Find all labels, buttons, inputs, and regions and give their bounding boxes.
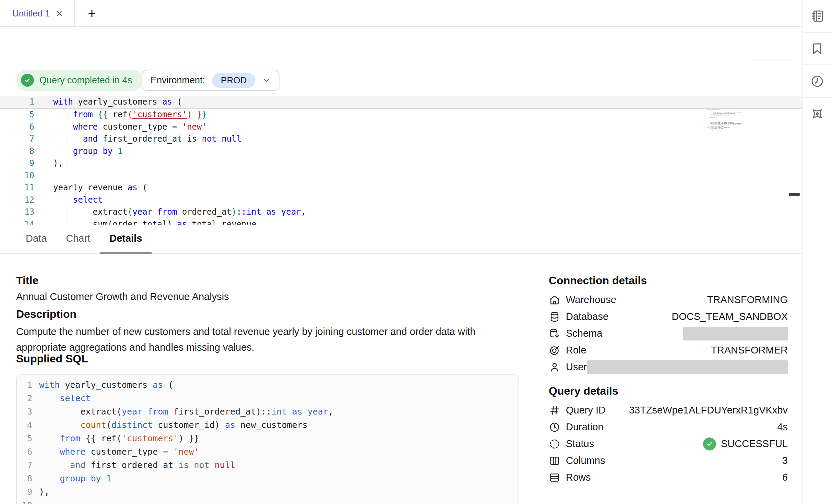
environment-label: Environment: bbox=[151, 75, 205, 86]
tab-untitled-1[interactable]: Untitled 1 × bbox=[0, 0, 74, 27]
bookmark-icon bbox=[810, 41, 824, 56]
add-tab-button[interactable]: + bbox=[82, 0, 102, 27]
tab-chart[interactable]: Chart bbox=[56, 225, 100, 254]
title-heading: Title bbox=[16, 274, 38, 287]
check-circle-icon bbox=[21, 74, 34, 87]
editor-scrollbar-thumb[interactable] bbox=[789, 193, 800, 196]
sticky-scroll-line: 1with yearly_customers as ( bbox=[0, 96, 802, 109]
tab-details[interactable]: Details bbox=[100, 225, 152, 254]
query-details-heading: Query details bbox=[549, 385, 788, 397]
results-tab-strip: Data Chart Details bbox=[0, 225, 802, 254]
role-icon bbox=[549, 345, 560, 356]
connection-row-role: Role TRANSFORMER bbox=[549, 342, 788, 359]
copilot-icon bbox=[810, 107, 824, 121]
sidebar-item-history[interactable] bbox=[803, 65, 832, 98]
connection-details-heading: Connection details bbox=[549, 274, 788, 287]
query-id-value: 33TZseWpe1ALFDUYerxR1gVKxbv bbox=[629, 405, 788, 416]
connection-row-warehouse: Warehouse TRANSFORMING bbox=[549, 291, 788, 308]
close-icon[interactable]: × bbox=[56, 8, 63, 19]
warehouse-value: TRANSFORMING bbox=[707, 294, 788, 305]
indent-guide bbox=[67, 109, 67, 170]
duration-value: 4s bbox=[777, 421, 788, 433]
chevron-down-icon bbox=[262, 76, 271, 84]
query-row-columns: Columns 3 bbox=[549, 452, 788, 469]
query-status-row: Query completed in 4s Environment: PROD bbox=[0, 60, 802, 96]
database-value: DOCS_TEAM_SANDBOX bbox=[672, 311, 788, 322]
tab-divider bbox=[74, 0, 75, 27]
editor-toolbar: Develop Run bbox=[0, 27, 802, 60]
rows-value: 6 bbox=[782, 472, 788, 483]
schema-redacted-value bbox=[683, 327, 788, 340]
sidebar-item-bookmarks[interactable] bbox=[803, 33, 832, 65]
environment-dropdown[interactable]: Environment: PROD bbox=[142, 70, 280, 91]
connection-row-schema: Schema bbox=[549, 325, 788, 342]
sidebar-item-notebook[interactable] bbox=[803, 0, 832, 33]
query-row-status: Status SUCCESSFUL bbox=[549, 435, 788, 452]
file-tab-bar: Untitled 1 × + bbox=[0, 0, 802, 27]
query-row-duration: Duration 4s bbox=[549, 419, 788, 435]
tab-title: Untitled 1 bbox=[12, 8, 50, 19]
tab-data[interactable]: Data bbox=[16, 225, 56, 254]
user-redacted-value bbox=[587, 360, 788, 374]
title-text: Annual Customer Growth and Revenue Analy… bbox=[16, 289, 229, 304]
duration-icon bbox=[549, 421, 560, 433]
status-icon bbox=[549, 438, 560, 450]
status-badge: SUCCESSFUL bbox=[703, 437, 788, 451]
query-status-pill: Query completed in 4s bbox=[16, 70, 143, 91]
supplied-sql-block: 1with yearly_customers as (2 select3 ext… bbox=[16, 374, 519, 504]
user-icon bbox=[549, 361, 560, 373]
editor-code-lines: 5 from {{ ref('customers') }}6 where cus… bbox=[0, 109, 802, 225]
sidebar-item-copilot[interactable] bbox=[803, 98, 832, 130]
database-icon bbox=[549, 311, 560, 323]
check-circle-icon bbox=[703, 437, 716, 451]
query-row-rows: Rows 6 bbox=[549, 469, 788, 486]
sql-ide-window: Untitled 1 × + Develop bbox=[0, 0, 832, 504]
history-icon bbox=[810, 74, 824, 88]
columns-value: 3 bbox=[782, 455, 788, 466]
indent-guide bbox=[67, 194, 67, 225]
description-text: Compute the number of new customers and … bbox=[16, 324, 476, 355]
warehouse-icon bbox=[549, 294, 560, 306]
hash-icon bbox=[549, 405, 560, 416]
role-value: TRANSFORMER bbox=[711, 345, 788, 356]
connection-row-user: User bbox=[549, 359, 788, 375]
notebook-icon bbox=[810, 9, 824, 23]
rows-icon bbox=[549, 472, 560, 483]
schema-icon bbox=[549, 328, 560, 339]
columns-icon bbox=[549, 455, 560, 467]
query-row-id: Query ID 33TZseWpe1ALFDUYerxR1gVKxbv bbox=[549, 402, 788, 419]
query-status-text: Query completed in 4s bbox=[39, 75, 132, 86]
supplied-sql-heading: Supplied SQL bbox=[16, 352, 88, 365]
environment-value-badge: PROD bbox=[212, 73, 255, 88]
right-icon-rail bbox=[802, 0, 832, 504]
sql-editor[interactable]: 1with yearly_customers as ( 5 from {{ re… bbox=[0, 96, 802, 225]
connection-row-database: Database DOCS_TEAM_SANDBOX bbox=[549, 308, 788, 325]
description-heading: Description bbox=[16, 308, 76, 321]
